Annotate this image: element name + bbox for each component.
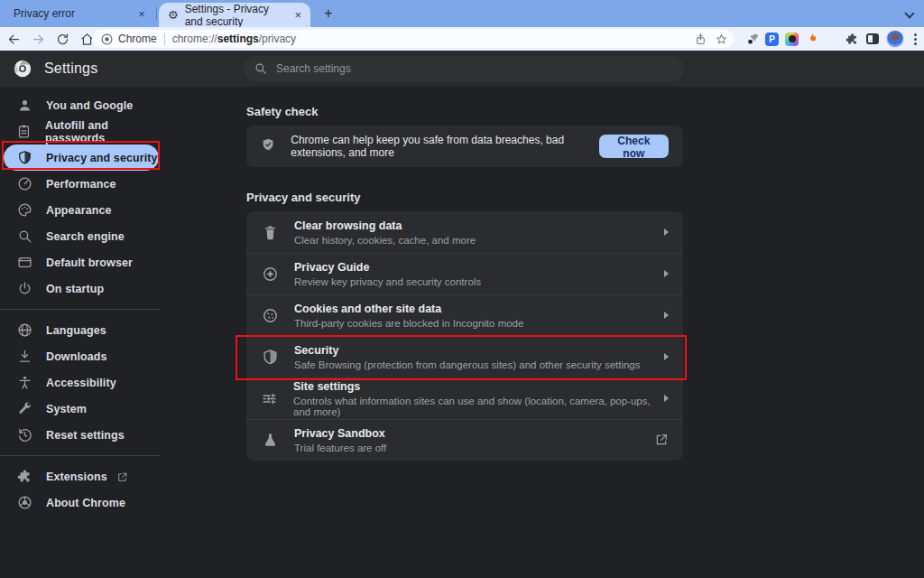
flame-extension-icon[interactable] (805, 32, 819, 46)
row-privacy-guide[interactable]: Privacy Guide Review key privacy and sec… (246, 253, 683, 294)
row-cookies[interactable]: Cookies and other site data Third-party … (246, 294, 683, 336)
tune-icon (261, 389, 278, 407)
download-icon (16, 349, 32, 365)
chevron-right-icon (664, 270, 669, 277)
camera-extension-icon[interactable] (785, 33, 799, 46)
open-in-new-icon (116, 471, 128, 482)
privacy-section-heading: Privacy and security (246, 167, 683, 204)
safety-check-text: Chrome can help keep you safe from data … (291, 134, 598, 159)
puzzle-icon (16, 469, 32, 485)
sidebar-divider (0, 309, 160, 310)
sidebar-item-accessibility[interactable]: Accessibility (4, 369, 159, 396)
settings-header: Settings (0, 51, 924, 87)
sidebar-item-downloads[interactable]: Downloads (4, 343, 159, 369)
close-icon[interactable]: × (293, 8, 303, 23)
reload-button[interactable] (51, 29, 73, 49)
side-panel-icon[interactable] (865, 32, 880, 46)
chevron-right-icon (664, 228, 669, 236)
speedometer-icon (16, 176, 32, 192)
color-picker-extension-icon[interactable] (744, 32, 759, 46)
cookie-icon (261, 306, 279, 324)
row-security[interactable]: Security Safe Browsing (protection from … (246, 336, 683, 378)
row-clear-browsing-data[interactable]: Clear browsing data Clear history, cooki… (246, 211, 683, 253)
browser-menu-icon[interactable] (910, 33, 920, 45)
shield-icon (261, 348, 279, 366)
privacy-settings-card: Clear browsing data Clear history, cooki… (246, 211, 683, 461)
chrome-logo-icon (16, 495, 32, 511)
stack-extension-icon[interactable] (826, 34, 838, 44)
url-separator (164, 33, 165, 45)
sidebar-item-performance[interactable]: Performance (4, 171, 159, 197)
browser-toolbar: Chrome chrome://settings/privacy P (0, 27, 924, 51)
site-label: Chrome (118, 33, 157, 45)
new-tab-button[interactable]: + (319, 5, 337, 23)
gear-icon: ⚙ (168, 9, 179, 21)
sidebar-item-on-startup[interactable]: On startup (4, 275, 159, 302)
search-icon (254, 62, 267, 75)
chevron-down-icon[interactable] (906, 10, 913, 17)
sidebar-item-extensions[interactable]: Extensions (4, 463, 159, 489)
globe-icon (16, 322, 32, 339)
tab-privacy-error[interactable]: Privacy error × (0, 0, 156, 27)
chrome-logo-icon (13, 59, 32, 79)
power-icon (16, 281, 32, 297)
safety-check-card: Chrome can help keep you safe from data … (246, 126, 683, 167)
accessibility-icon (16, 375, 32, 391)
forward-button[interactable] (27, 29, 49, 49)
browser-window-icon (16, 255, 32, 271)
sidebar-item-default-browser[interactable]: Default browser (4, 249, 159, 275)
tab-title: Privacy error (14, 7, 129, 20)
sidebar-divider (0, 455, 160, 456)
search-input[interactable] (276, 62, 637, 75)
sidebar-item-reset-settings[interactable]: Reset settings (4, 422, 159, 448)
check-now-button[interactable]: Check now (599, 135, 669, 158)
tab-settings[interactable]: ⚙ Settings - Privacy and security × (159, 3, 310, 27)
person-icon (16, 98, 32, 114)
sidebar-item-about-chrome[interactable]: About Chrome (4, 489, 159, 516)
settings-search[interactable] (244, 56, 684, 81)
chevron-right-icon (664, 395, 669, 402)
share-icon[interactable] (695, 33, 707, 45)
close-icon[interactable]: × (134, 6, 149, 21)
settings-sidebar: You and Google Autofill and passwords Pr… (0, 87, 199, 516)
shield-icon (16, 150, 32, 166)
sidebar-item-you-and-google[interactable]: You and Google (4, 92, 159, 118)
back-button[interactable] (3, 29, 24, 49)
trash-icon (261, 223, 279, 241)
tab-title: Settings - Privacy and security (185, 3, 288, 28)
url-prefix: chrome:// (172, 33, 217, 45)
tab-separator (156, 7, 157, 20)
safety-check-heading: Safety check (246, 87, 683, 118)
bookmark-star-icon[interactable] (716, 33, 727, 45)
profile-avatar[interactable] (886, 30, 904, 48)
sidebar-item-languages[interactable]: Languages (4, 317, 159, 343)
row-site-settings[interactable]: Site settings Controls what information … (246, 378, 683, 419)
wrench-icon (16, 401, 32, 417)
url-host: settings (217, 33, 259, 45)
chevron-right-icon (664, 312, 669, 319)
sidebar-item-autofill[interactable]: Autofill and passwords (4, 118, 159, 144)
palette-icon (16, 202, 32, 219)
tab-strip: Privacy error × ⚙ Settings - Privacy and… (0, 0, 924, 27)
translator-extension-icon[interactable]: P (765, 33, 779, 46)
sidebar-item-appearance[interactable]: Appearance (4, 197, 159, 223)
row-privacy-sandbox[interactable]: Privacy Sandbox Trial features are off (246, 419, 683, 461)
shield-check-icon (261, 137, 275, 155)
sidebar-item-system[interactable]: System (4, 396, 159, 422)
compass-icon (261, 265, 279, 283)
url-bar[interactable]: Chrome chrome://settings/privacy (92, 30, 735, 48)
sidebar-item-privacy-and-security[interactable]: Privacy and security (4, 144, 159, 171)
history-icon (16, 427, 32, 443)
flask-icon (261, 431, 279, 449)
settings-content: Safety check Chrome can help keep you sa… (246, 87, 683, 461)
chevron-right-icon (664, 353, 669, 360)
sidebar-item-search-engine[interactable]: Search engine (4, 223, 159, 249)
page-title: Settings (44, 61, 97, 77)
chrome-badge-icon (101, 33, 113, 45)
open-in-new-icon[interactable] (654, 433, 669, 447)
clipboard-icon (16, 124, 32, 140)
search-icon (16, 228, 32, 245)
extensions-puzzle-icon[interactable] (845, 32, 859, 46)
url-path: /privacy (259, 33, 296, 45)
